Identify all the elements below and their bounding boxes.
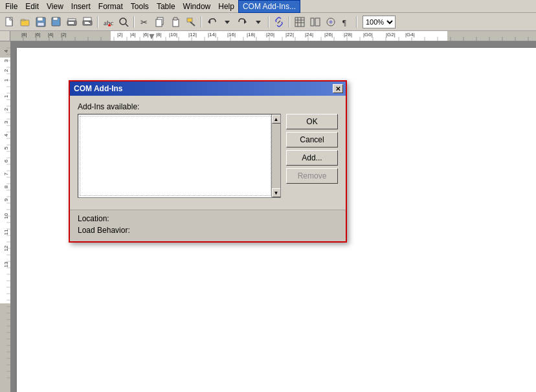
- undo-dropdown[interactable]: [220, 15, 234, 29]
- menu-file[interactable]: File: [1, 1, 21, 12]
- svg-text:|4|: |4|: [48, 32, 54, 38]
- svg-text:5: 5: [3, 146, 9, 149]
- svg-rect-4: [21, 19, 25, 21]
- svg-rect-109: [0, 303, 10, 392]
- save-all-button[interactable]: [49, 15, 63, 29]
- print-button[interactable]: [80, 15, 95, 29]
- document-area: COM Add-Ins ✕ Add-Ins available: ▲ ▼: [10, 41, 536, 392]
- menu-insert[interactable]: Insert: [67, 1, 95, 12]
- svg-text:|10|: |10|: [169, 32, 177, 38]
- svg-text:|26|: |26|: [324, 32, 333, 38]
- svg-text:|8|: |8|: [156, 32, 162, 38]
- redo-button[interactable]: [236, 15, 250, 29]
- redo-dropdown[interactable]: [251, 15, 265, 29]
- svg-text:8: 8: [3, 185, 9, 188]
- svg-text:✂: ✂: [140, 17, 148, 27]
- paste-button[interactable]: [168, 15, 183, 29]
- table-btn[interactable]: [293, 15, 307, 29]
- svg-text:9: 9: [3, 198, 9, 201]
- scroll-track[interactable]: [272, 124, 281, 188]
- load-behavior-row: Load Behavior:: [78, 226, 338, 235]
- addins-listbox[interactable]: ▲ ▼: [78, 114, 281, 198]
- menubar: File Edit View Insert Format Tools Table…: [0, 0, 536, 13]
- scroll-down-button[interactable]: ▼: [272, 188, 281, 197]
- menu-window[interactable]: Window: [179, 1, 215, 12]
- svg-text:11: 11: [3, 229, 9, 235]
- cancel-button[interactable]: Cancel: [286, 132, 338, 147]
- menu-comaddins[interactable]: COM Add-Ins...: [238, 0, 300, 13]
- svg-rect-12: [69, 22, 74, 24]
- add-button[interactable]: Add...: [286, 150, 338, 166]
- open-button[interactable]: [18, 15, 32, 29]
- svg-text:13: 13: [3, 261, 9, 267]
- svg-rect-37: [315, 18, 320, 26]
- toolbar-sep-5: [289, 16, 290, 28]
- toolbar-sep-4: [268, 16, 269, 28]
- svg-rect-7: [38, 23, 44, 26]
- hyperlink-button[interactable]: [272, 15, 286, 29]
- svg-point-18: [120, 18, 126, 25]
- svg-text:abc: abc: [104, 19, 113, 27]
- svg-text:|18|: |18|: [247, 32, 255, 38]
- dialog-footer: Location: Load Behavior:: [70, 210, 346, 241]
- svg-text:|14|: |14|: [208, 32, 216, 38]
- svg-text:|G2|: |G2|: [386, 32, 396, 38]
- svg-text:|28|: |28|: [344, 32, 352, 38]
- menu-table[interactable]: Table: [153, 1, 179, 12]
- svg-rect-23: [173, 19, 179, 27]
- dialog-close-button[interactable]: ✕: [333, 84, 343, 93]
- svg-text:|22|: |22|: [285, 32, 294, 38]
- svg-text:4: 4: [3, 133, 9, 136]
- svg-line-19: [126, 24, 128, 27]
- load-behavior-label: Load Behavior:: [78, 226, 130, 235]
- menu-format[interactable]: Format: [95, 1, 127, 12]
- svg-rect-43: [447, 31, 536, 41]
- columns-btn[interactable]: [308, 15, 322, 29]
- svg-text:|2|: |2|: [117, 32, 123, 38]
- format-painter-button[interactable]: [184, 15, 198, 29]
- cut-button[interactable]: ✂: [137, 15, 151, 29]
- svg-rect-24: [173, 17, 177, 20]
- scroll-up-button[interactable]: ▲: [272, 114, 281, 124]
- svg-rect-25: [187, 18, 192, 22]
- print-preview-button[interactable]: [65, 15, 79, 29]
- location-row: Location:: [78, 214, 338, 223]
- toolbar-sep-2: [133, 16, 135, 28]
- drawing-btn[interactable]: [324, 15, 338, 29]
- new-button[interactable]: [3, 15, 17, 29]
- ok-button[interactable]: OK: [286, 114, 338, 129]
- zoom-control: 100% 75% 50% 150%: [363, 16, 396, 28]
- svg-rect-36: [311, 18, 314, 26]
- save-button[interactable]: [34, 15, 48, 29]
- svg-text:2: 2: [3, 69, 9, 72]
- main-area: 4 3 2 1 1 2 3 4 5 6 7 8 9 10 11 12 13: [0, 41, 536, 392]
- svg-text:1: 1: [3, 94, 9, 98]
- svg-text:|20|: |20|: [266, 32, 274, 38]
- dialog-body: Add-Ins available: ▲ ▼: [70, 96, 346, 210]
- menu-tools[interactable]: Tools: [127, 1, 153, 12]
- spellcheck-button[interactable]: abc: [101, 15, 115, 29]
- svg-text:|2|: |2|: [61, 32, 67, 38]
- menu-view[interactable]: View: [43, 1, 67, 12]
- svg-rect-22: [156, 19, 162, 27]
- listbox-scrollbar: ▲ ▼: [271, 114, 280, 197]
- research-button[interactable]: [117, 15, 131, 29]
- svg-text:10: 10: [3, 213, 9, 219]
- addins-label: Add-Ins available:: [78, 102, 338, 111]
- copy-button[interactable]: [153, 15, 167, 29]
- zoom-select[interactable]: 100% 75% 50% 150%: [363, 16, 396, 28]
- svg-text:|G4|: |G4|: [405, 32, 415, 38]
- show-formatting-btn[interactable]: ¶: [339, 15, 353, 29]
- horizontal-ruler: |8| |6| |4| |2| |2| |4| |6| |8| |10| |12…: [0, 31, 536, 41]
- dialog-content-row: ▲ ▼ OK Cancel Add... Remove: [78, 114, 338, 198]
- svg-line-26: [190, 22, 195, 26]
- svg-text:|G0|: |G0|: [363, 32, 373, 38]
- menu-edit[interactable]: Edit: [21, 1, 43, 12]
- svg-text:|24|: |24|: [305, 32, 313, 38]
- dialog-buttons: OK Cancel Add... Remove: [286, 114, 338, 198]
- remove-button[interactable]: Remove: [286, 168, 338, 184]
- menu-help[interactable]: Help: [214, 1, 238, 12]
- svg-text:4: 4: [3, 49, 9, 52]
- undo-button[interactable]: [205, 15, 219, 29]
- toolbar: abc ✂ ¶ 100%: [0, 13, 536, 31]
